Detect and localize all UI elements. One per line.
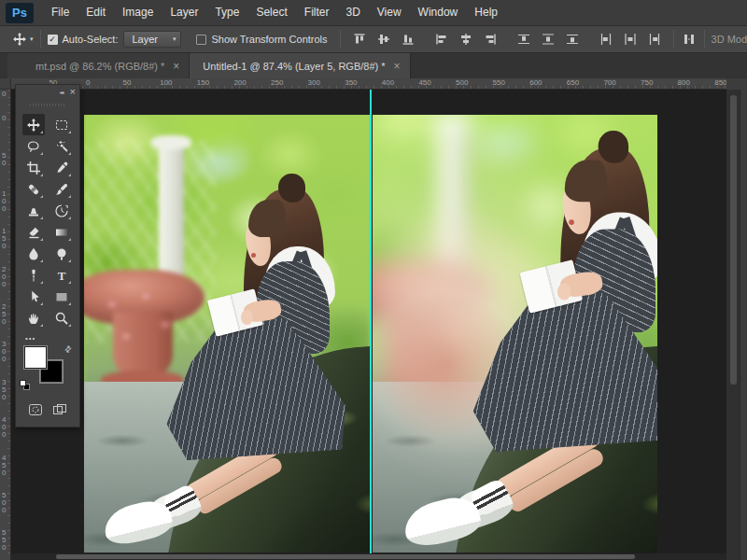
menu-item-layer[interactable]: Layer: [162, 0, 206, 25]
blur-tool-button[interactable]: [22, 243, 45, 264]
ruler-corner: [0, 78, 11, 90]
menu-item-type[interactable]: Type: [206, 0, 247, 25]
guide-line[interactable]: [370, 90, 372, 553]
align-horizontal-centers-button[interactable]: [458, 31, 474, 48]
move-tool-button[interactable]: [22, 114, 45, 135]
lasso-tool-button[interactable]: [22, 135, 45, 157]
pen-icon: [26, 268, 41, 283]
swap-colors-icon[interactable]: ⇄: [63, 343, 74, 355]
horizontal-ruler[interactable]: 5005010015020025030035040045050055060065…: [0, 78, 726, 90]
chevron-down-icon[interactable]: ▾: [30, 35, 34, 43]
menu-item-select[interactable]: Select: [247, 0, 295, 25]
ruler-tick-label: 350: [345, 78, 357, 87]
tab-mt-psd[interactable]: mt.psd @ 86.2% (RGB/8#) * ×: [7, 53, 190, 78]
menu-item-file[interactable]: File: [43, 0, 78, 25]
menu-item-view[interactable]: View: [369, 0, 410, 25]
chevron-down-icon: ▾: [173, 35, 176, 43]
canvas-image-original[interactable]: [84, 115, 370, 553]
horizontal-scrollbar[interactable]: [11, 553, 726, 560]
auto-select-value: Layer: [132, 34, 161, 45]
vertical-scrollbar[interactable]: [726, 90, 740, 560]
eyedropper-tool-button[interactable]: [50, 157, 73, 178]
ruler-tick-label: 850: [714, 78, 726, 87]
menu-item-edit[interactable]: Edit: [78, 0, 114, 25]
vertical-ruler[interactable]: 0050100150200250300350400450500550: [0, 90, 11, 560]
ruler-tick-label: 500: [456, 78, 468, 87]
distribute-right-edges-button[interactable]: [646, 31, 663, 48]
photo-scene: [84, 115, 370, 553]
close-icon[interactable]: ×: [394, 62, 401, 71]
align-left-edges-button[interactable]: [433, 31, 450, 48]
scrollbar-thumb[interactable]: [730, 95, 737, 385]
distribute-vertical-centers-button[interactable]: [540, 31, 557, 48]
default-colors-icon[interactable]: [20, 380, 31, 391]
scrollbar-thumb[interactable]: [56, 554, 635, 559]
align-bottom-edges-button[interactable]: [400, 31, 416, 48]
rectangle-tool-button[interactable]: [50, 286, 73, 307]
auto-select-checkbox[interactable]: ✓: [48, 35, 58, 45]
path-selection-tool-button[interactable]: [22, 286, 45, 307]
type-tool-button[interactable]: T: [50, 264, 73, 286]
document-tab-bar: mt.psd @ 86.2% (RGB/8#) * × Untitled-1 @…: [0, 53, 747, 78]
hand-tool-button[interactable]: [22, 307, 45, 329]
clone-stamp-tool-button[interactable]: [22, 200, 45, 221]
zoom-icon: [54, 311, 69, 326]
quick-mask-button[interactable]: [26, 402, 45, 417]
crop-icon: [26, 161, 41, 175]
distribute-top-edges-button[interactable]: [515, 31, 532, 48]
edit-toolbar-button[interactable]: •••: [25, 334, 79, 343]
history-brush-tool-button[interactable]: [50, 200, 73, 221]
close-icon[interactable]: ×: [70, 88, 76, 95]
menu-item-filter[interactable]: Filter: [296, 0, 338, 25]
distribute-spacing-button[interactable]: [681, 31, 698, 48]
ruler-tick-label: 300: [308, 78, 320, 87]
ruler-tick-label: 350: [2, 379, 6, 401]
gradient-tool-button[interactable]: [50, 221, 73, 243]
rectangular-marquee-tool-button[interactable]: [50, 114, 73, 135]
menu-item-window[interactable]: Window: [410, 0, 467, 25]
auto-select-dropdown[interactable]: Layer ▾: [123, 31, 181, 48]
show-transform-checkbox[interactable]: [196, 35, 206, 45]
align-top-edges-button[interactable]: [351, 31, 368, 48]
eraser-tool-button[interactable]: [22, 221, 45, 243]
ruler-tick-label: 100: [2, 190, 6, 213]
tab-untitled-1[interactable]: Untitled-1 @ 87.4% (Layer 5, RGB/8#) * ×: [190, 53, 410, 78]
distribute-bottom-edges-button[interactable]: [564, 31, 581, 48]
ruler-tick-label: 150: [2, 228, 6, 250]
move-tool-indicator-icon[interactable]: [11, 31, 28, 48]
ruler-tick-label: 400: [2, 416, 6, 439]
close-icon[interactable]: ×: [173, 62, 179, 71]
crop-tool-button[interactable]: [22, 157, 45, 178]
photo-scene: [373, 115, 657, 553]
align-vertical-centers-button[interactable]: [375, 31, 392, 48]
dodge-tool-button[interactable]: [50, 243, 73, 264]
ruler-tick-label: 0: [2, 115, 6, 122]
ruler-tick-label: 50: [2, 152, 6, 167]
svg-text:T: T: [58, 268, 66, 282]
panel-grip[interactable]: [30, 104, 65, 106]
collapse-panel-icon[interactable]: ◂◂: [60, 89, 63, 95]
foreground-color-swatch[interactable]: [24, 346, 47, 369]
clone-stamp-icon: [26, 203, 41, 218]
canvas-image-blurred-copy[interactable]: [373, 115, 657, 553]
align-tools: [347, 31, 667, 48]
pen-tool-button[interactable]: [22, 264, 45, 286]
menu-item-help[interactable]: Help: [466, 0, 506, 25]
spot-healing-brush-tool-button[interactable]: [22, 178, 45, 200]
ruler-tick-label: 100: [160, 78, 172, 87]
menu-bar: Ps FileEditImageLayerTypeSelectFilter3DV…: [0, 0, 747, 26]
menu-item-image[interactable]: Image: [114, 0, 162, 25]
distribute-horizontal-centers-button[interactable]: [622, 31, 639, 48]
menu-item-3d[interactable]: 3D: [337, 0, 368, 25]
ruler-tick-label: 300: [2, 341, 6, 363]
brush-tool-button[interactable]: [50, 178, 73, 200]
girl-figure: [84, 115, 370, 553]
tools-panel: ◂◂ × T ••• ⇄: [15, 84, 80, 427]
distribute-left-edges-button[interactable]: [598, 31, 614, 48]
ruler-tick-label: 0: [86, 78, 90, 87]
screen-mode-button[interactable]: [50, 402, 69, 417]
magic-wand-tool-button[interactable]: [50, 135, 73, 157]
align-right-edges-button[interactable]: [482, 31, 499, 48]
zoom-tool-button[interactable]: [50, 307, 73, 329]
ruler-tick-label: 400: [382, 78, 394, 87]
